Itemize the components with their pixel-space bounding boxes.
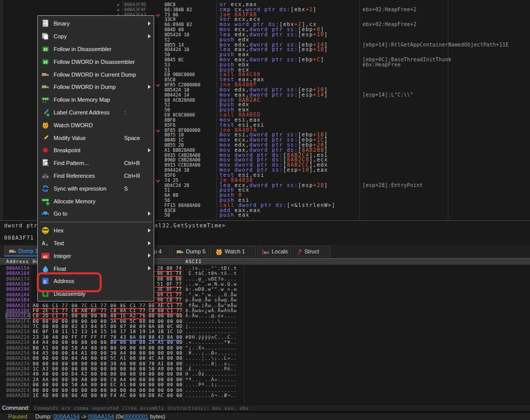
tab-dump-1[interactable]: Dump 1 (4, 246, 38, 256)
dump-hex-group[interactable]: F4 AC 00 00 (110, 393, 145, 398)
menu-item-address[interactable]: @Address (38, 275, 154, 288)
dump-hex-group[interactable]: C0 A4 00 00 (110, 377, 145, 382)
dump-hex-group[interactable]: 00 00 00 00 (33, 319, 67, 324)
tab-locals[interactable]: x=Locals (257, 246, 288, 256)
dump-hex-group[interactable]: 50 AA 00 00 (71, 382, 106, 387)
menu-item-follow-dword-in-dump[interactable]: Follow DWORD in Dump (38, 81, 154, 94)
dump-hex-group[interactable]: 78 A1 00 00 (149, 361, 182, 366)
menu-item-hex[interactable]: Hex (38, 224, 154, 237)
dump-hex-group[interactable]: 00 00 00 00 (110, 388, 145, 393)
dump-row[interactable]: 008AA1C4A0 66 C1 7700 7C C1 7700 8E C1 7… (0, 303, 530, 308)
dump-hex-group[interactable]: 00 00 00 00 (149, 345, 182, 351)
dump-hex-group[interactable]: 06 AD 00 00 (71, 393, 106, 398)
menu-item-sync-with-expression[interactable]: Sync with expressionS (38, 182, 154, 195)
dump-hex-group[interactable]: 00 00 00 00 (110, 371, 145, 377)
tab-struct[interactable]: ?Struct (290, 246, 330, 256)
dump-hex-group[interactable]: 58 A4 00 00 (71, 345, 106, 351)
status-size-link[interactable]: 00000001 (124, 413, 149, 419)
menu-item-breakpoint[interactable]: Breakpoint (38, 144, 154, 157)
menu-item-watch-dword[interactable]: Watch DWORD (38, 119, 154, 131)
menu-item-integer[interactable]: 42Integer (38, 249, 154, 262)
breakpoint-dot-icon[interactable] (117, 4, 119, 6)
dump-hex-group[interactable]: 48 A0 00 00 (33, 371, 67, 377)
status-dump-from-link[interactable]: 008AA154 (53, 413, 79, 419)
dump-hex-group[interactable]: EC A1 00 00 (110, 382, 145, 387)
dump-hex-group[interactable]: 0E 0F 10 11 (33, 329, 67, 334)
dump-hex-group[interactable]: 00 00 00 00 (110, 366, 145, 371)
dump-row[interactable]: 008AA244B0 A1 00 0058 A4 00 0000 00 00 0… (0, 345, 530, 351)
dump-hex-group[interactable]: 1A 1B 1C 1D (149, 329, 182, 334)
dump-row[interactable]: 008AA22423 30 48 80FF FF FF FF78 43 8A 0… (0, 335, 530, 340)
dump-row[interactable]: 008AA2140E 0F 10 1112 13 14 1516 17 18 1… (0, 329, 530, 334)
menu-item-allocate-memory[interactable]: Allocate Memory (38, 195, 154, 207)
menu-item-follow-dword-in-disassembler[interactable]: 32Follow DWORD in Disassembler (38, 55, 154, 68)
dump-hex-group[interactable]: 84 A4 00 00 (33, 340, 67, 345)
command-input[interactable] (32, 404, 530, 412)
dump-hex-group[interactable]: 0A 0B 0C 0D (149, 324, 182, 329)
dump-row[interactable]: 008AA23484 A4 00 0000 00 00 0000 00 00 0… (0, 340, 530, 345)
dump-hex-group[interactable]: 30 A6 00 00 (110, 361, 145, 366)
tab-dump-5[interactable]: Dump 5 (172, 246, 209, 256)
dump-hex-group[interactable]: 00 00 00 00 (149, 388, 182, 393)
menu-item-go-to[interactable]: Go to (38, 207, 154, 220)
dump-hex-group[interactable]: 4C A4 00 00 (149, 356, 182, 361)
menu-item-binary[interactable]: 0110Binary (38, 17, 154, 30)
dump-hex-group[interactable]: 1C A3 00 00 (33, 366, 67, 371)
dump-hex-group[interactable]: 00 00 00 00 (149, 382, 182, 387)
dump-row[interactable]: 008AA27400 00 00 0000 00 00 0030 A6 00 0… (0, 361, 530, 366)
tab-watch-1[interactable]: Watch 1 (210, 246, 256, 256)
menu-item-text[interactable]: AaText (38, 237, 154, 250)
dump-hex-group[interactable]: 16 17 18 19 (110, 329, 145, 334)
dump-hex-group[interactable]: 00 00 00 00 (33, 388, 67, 393)
status-dump-to-link[interactable]: 008AA154 (88, 413, 114, 419)
dump-hex-group[interactable]: 00 00 00 00 (110, 345, 145, 351)
menu-item-follow-in-disassembler[interactable]: 32Follow in Disassembler (38, 43, 154, 56)
dump-hex-group[interactable]: 00 00 00 00 (149, 313, 182, 318)
dump-hex-group[interactable]: 00 00 00 00 (149, 371, 182, 377)
dump-hex-group[interactable]: 06 07 08 09 (110, 324, 145, 329)
dump-hex-group[interactable]: 00 00 00 00 (149, 377, 182, 382)
dump-row[interactable]: 008AA1E4C0 2D C1 7700 00 00 0040 1E A2 7… (0, 313, 530, 318)
dump-row[interactable]: 008AA2047C 00 00 0002 03 04 0506 07 08 0… (0, 324, 530, 329)
dump-row[interactable]: 008AA29448 A0 00 00D4 A2 00 0000 00 00 0… (0, 371, 530, 377)
dump-row[interactable]: 008AA2C400 00 00 0000 00 00 0000 00 00 0… (0, 388, 530, 393)
dump-hex-group[interactable]: 00 00 00 00 (149, 319, 182, 324)
menu-item-copy[interactable]: Copy (38, 30, 154, 43)
dump-hex-group[interactable]: 00 00 00 00 (71, 366, 106, 371)
disasm-row[interactable]: 008A3F9F66:3B4B 02cmp cx,word ptr ds:[eb… (0, 7, 530, 12)
dump-hex-group[interactable]: 02 03 04 05 (71, 324, 106, 329)
dump-row[interactable]: 008AA1F400 00 00 0000 00 00 003A 00 5C 0… (0, 319, 530, 324)
dump-hex-group[interactable]: 00 00 00 00 (71, 388, 106, 393)
dump-hex-group[interactable]: FF FF FF FF (71, 335, 106, 340)
menu-item-follow-in-memory-map[interactable]: Follow in Memory Map (38, 94, 154, 106)
dump-hex-group[interactable]: 2A AA 00 00 (33, 377, 67, 382)
dump-row[interactable]: 008AA25494 A5 00 0084 A1 00 0030 A4 00 0… (0, 351, 530, 356)
menu-item-follow-dword-in-current-dump[interactable]: Follow DWORD in Current Dump (38, 68, 154, 81)
dump-hex-group[interactable]: 04 A6 00 00 (71, 356, 106, 361)
dump-hex-group[interactable]: 00 00 00 00 (71, 313, 106, 318)
breakpoint-dot-icon[interactable] (117, 9, 119, 11)
menu-item-disassembly[interactable]: Disassembly (38, 288, 154, 300)
dump-row[interactable]: 008AA2D41E AD 00 0006 AD 00 00F4 AC 00 0… (0, 393, 530, 398)
dump-hex-group[interactable]: 12 13 14 15 (71, 329, 106, 334)
dump-hex-group[interactable]: 7C 00 00 00 (33, 324, 67, 329)
dump-hex-group[interactable]: 23 30 48 80 (33, 335, 67, 340)
dump-hex-group[interactable]: 00 A0 00 00 (71, 377, 106, 382)
dump-hex-group[interactable]: 00 00 00 00 (110, 340, 145, 345)
dump-hex-group[interactable]: 3A 00 5C 00 (110, 319, 145, 324)
dump-row[interactable]: 008AA2B400 00 00 0050 AA 00 00EC A1 00 0… (0, 382, 530, 387)
dump-hex-group[interactable]: 00 00 00 00 (71, 361, 106, 366)
menu-item-find-pattern[interactable]: Find Pattern...Ctrl+B (38, 157, 154, 170)
dump-hex-group[interactable]: 94 A5 00 00 (33, 351, 67, 356)
dump-hex-group[interactable]: 50 A9 00 00 (149, 366, 182, 371)
menu-item-label-current-address[interactable]: Label Current Address: (38, 106, 154, 119)
dump-hex-group[interactable]: 00 00 00 00 (71, 340, 106, 345)
dump-hex-group[interactable]: 30 A4 00 00 (110, 351, 145, 356)
menu-item-find-references[interactable]: Find ReferencesCtrl+R (38, 170, 154, 182)
dump-hex-group[interactable]: D8 AC 00 00 (149, 393, 182, 398)
dump-hex-group[interactable]: 00 00 00 00 (71, 319, 106, 324)
dump-row[interactable]: 008AA2A42A AA 00 0000 A0 00 00C0 A4 00 0… (0, 377, 530, 382)
dump-row[interactable]: 008AA26400 00 00 0004 A6 00 005C A1 00 0… (0, 356, 530, 361)
dump-hex-group[interactable]: 1E AD 00 00 (33, 393, 67, 398)
dump-hex-group[interactable]: 00 00 00 00 (33, 356, 67, 361)
